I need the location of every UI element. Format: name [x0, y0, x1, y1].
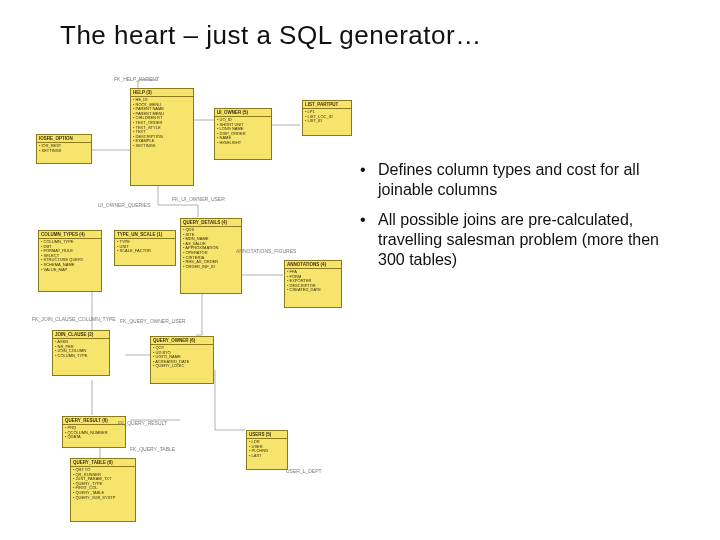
entity-header: USERS (5): [247, 431, 287, 439]
er-diagram: HELP (3) • HE_ID • ROOT_MENU • PARENT NA…: [30, 70, 350, 525]
entity-query-result: QUERY_RESULT (6) • PRQ • QCOLUMN_NUMBER …: [62, 416, 126, 448]
entity-body: • LP1 • LIST_LOC_ID • LIST_ID: [303, 109, 351, 125]
entity-body: • TYPE • UNIT • SCALE_FACTOR: [115, 239, 175, 255]
entity-body: • ASKN • NR_PER • JOIN_COLUMN • COLUMN_T…: [53, 339, 109, 359]
entity-body: • QDS • SITE • MDN_NAME • AS_VALUE • APP…: [181, 227, 241, 270]
entity-body: • FFA • FORM • EXPORTER • DESCRIPTOR • C…: [285, 269, 341, 294]
entity-help: HELP (3) • HE_ID • ROOT_MENU • PARENT NA…: [130, 88, 194, 186]
entity-query-detail: QUERY_DETAILS (4) • QDS • SITE • MDN_NAM…: [180, 218, 242, 294]
rel-label: USER_L_DEPT: [286, 468, 322, 474]
entity-body: • UO_ID • SHORT UNIT • LONG NAME • DISP_…: [215, 117, 271, 147]
rel-label: FK_QUERY_TABLE: [130, 446, 175, 452]
rel-label: FK_HELP_PARENT: [114, 76, 159, 82]
entity-header: HELP (3): [131, 89, 193, 97]
entity-query-owner: QUERY_OWNER (6) • QOT • UD BTO • UGTO_NA…: [150, 336, 214, 384]
slide: The heart – just a SQL generator… Define…: [0, 0, 720, 540]
entity-body: • QRT TO • QR_RUNNER • JUST_PARAM_TXT • …: [71, 467, 135, 501]
entity-body: • QOT • UD BTO • UGTO_NAME • ACREATED_DA…: [151, 345, 213, 370]
entity-header: TYPE_UN_SCALE (1): [115, 231, 175, 239]
entity-body: • COLUMN_TYPE • DBT • FORMAT_RULE • SELE…: [39, 239, 101, 273]
entity-iosre-option: IOSRE_OPTION • IOS_REST • SETTINGS: [36, 134, 92, 164]
entity-body: • IOS_REST • SETTINGS: [37, 143, 91, 154]
rel-label: ANNOTATIONS_FIGURES: [236, 248, 296, 254]
entity-users: USERS (5) • LDR • USER • PLCHNG • LAST: [246, 430, 288, 470]
entity-body: • HE_ID • ROOT_MENU • PARENT NAME • PARE…: [131, 97, 193, 150]
entity-header: LIST_PARTPUT: [303, 101, 351, 109]
entity-header: COLUMN_TYPES (4): [39, 231, 101, 239]
entity-header: JOIN_CLAUSE (2): [53, 331, 109, 339]
rel-label: FK_QUERY_OWNER_USER: [120, 318, 185, 324]
bullet-list: Defines column types and cost for all jo…: [360, 160, 670, 280]
entity-header: QUERY_OWNER (6): [151, 337, 213, 345]
rel-label: FK_JOIN_CLAUSE_COLUMN_TYPE: [32, 316, 116, 322]
entity-join-clause: JOIN_CLAUSE (2) • ASKN • NR_PER • JOIN_C…: [52, 330, 110, 376]
bullet-item: Defines column types and cost for all jo…: [360, 160, 670, 200]
rel-label: FK_QUERY_RESULT: [118, 420, 167, 426]
entity-query-table: QUERY_TABLE (6) • QRT TO • QR_RUNNER • J…: [70, 458, 136, 522]
slide-title: The heart – just a SQL generator…: [60, 20, 482, 51]
entity-header: QUERY_DETAILS (4): [181, 219, 241, 227]
entity-annotations: ANNOTATIONS (4) • FFA • FORM • EXPORTER …: [284, 260, 342, 308]
entity-header: QUERY_RESULT (6): [63, 417, 125, 425]
entity-body: • LDR • USER • PLCHNG • LAST: [247, 439, 287, 459]
entity-header: UI_OWNER (5): [215, 109, 271, 117]
rel-label: UI_OWNER_QUERIES: [98, 202, 150, 208]
entity-ui-owner: UI_OWNER (5) • UO_ID • SHORT UNIT • LONG…: [214, 108, 272, 160]
entity-body: • PRQ • QCOLUMN_NUMBER • QDATA: [63, 425, 125, 441]
rel-label: FK_UI_OWNER_USER: [172, 196, 225, 202]
entity-header: ANNOTATIONS (4): [285, 261, 341, 269]
entity-list-partput: LIST_PARTPUT • LP1 • LIST_LOC_ID • LIST_…: [302, 100, 352, 136]
entity-column-types: COLUMN_TYPES (4) • COLUMN_TYPE • DBT • F…: [38, 230, 102, 292]
entity-type-un-scale: TYPE_UN_SCALE (1) • TYPE • UNIT • SCALE_…: [114, 230, 176, 266]
entity-header: QUERY_TABLE (6): [71, 459, 135, 467]
bullet-item: All possible joins are pre-calculated, t…: [360, 210, 670, 270]
entity-header: IOSRE_OPTION: [37, 135, 91, 143]
